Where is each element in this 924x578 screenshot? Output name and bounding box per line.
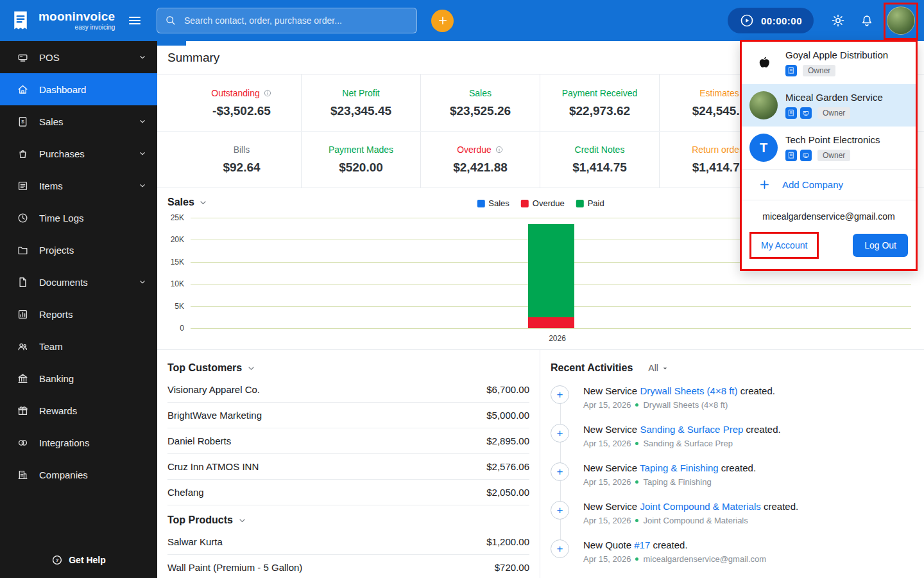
sidebar-item-purchases[interactable]: Purchases	[0, 137, 157, 170]
activity-link[interactable]: Sanding & Surface Prep	[640, 424, 743, 435]
sidebar-item-projects[interactable]: Projects	[0, 234, 157, 266]
activity-title: New Service Sanding & Surface Prep creat…	[583, 424, 781, 435]
company-item-miceal-garden-service[interactable]: Miceal Garden Service Owner	[742, 84, 916, 127]
building-icon	[17, 469, 29, 481]
sidebar-item-sales[interactable]: $ Sales	[0, 105, 157, 137]
avatar[interactable]	[887, 6, 915, 35]
chevron-down-icon[interactable]	[198, 198, 208, 207]
pos-app-badge-icon	[800, 107, 812, 119]
items-list-icon	[17, 180, 29, 192]
table-row[interactable]: Wall Paint (Premium - 5 Gallon) $720.00	[167, 555, 529, 578]
activity-timeline: + New Service Drywall Sheets (4×8 ft) cr…	[551, 385, 914, 564]
chart-title[interactable]: Sales	[167, 197, 208, 208]
summary-card-payment-mades[interactable]: Payment Mades $520.00	[302, 132, 421, 188]
sidebar-item-team[interactable]: Team	[0, 330, 157, 362]
activity-filter-dropdown[interactable]: All	[648, 363, 669, 373]
customer-amount: $2,050.00	[486, 487, 529, 498]
table-row[interactable]: Salwar Kurta $1,200.00	[167, 529, 529, 555]
sidebar-item-banking[interactable]: Banking	[0, 362, 157, 394]
plus-circle-icon[interactable]: +	[551, 385, 569, 404]
activity-link[interactable]: Drywall Sheets (4×8 ft)	[640, 385, 737, 396]
activity-link[interactable]: Joint Compound & Materials	[640, 501, 760, 512]
activity-meta: Apr 15, 2026micealgardenservice@gmail.co…	[583, 554, 766, 564]
company-item-goyal-apple-distribution[interactable]: Goyal Apple Distribution Owner	[742, 42, 916, 84]
sidebar-item-time-logs[interactable]: Time Logs	[0, 202, 157, 234]
info-icon[interactable]	[263, 89, 272, 98]
plus-circle-icon[interactable]: +	[551, 501, 569, 520]
sidebar-item-items[interactable]: Items	[0, 170, 157, 202]
summary-card-label: Bills	[234, 144, 250, 155]
recent-activities-title: Recent Activities	[551, 359, 633, 377]
summary-card-overdue[interactable]: Overdue $2,421.88	[421, 132, 540, 188]
plus-circle-icon[interactable]: +	[551, 539, 569, 558]
apple-logo-icon	[749, 49, 778, 77]
sidebar-item-label: POS	[39, 52, 138, 63]
plus-circle-icon[interactable]: +	[551, 462, 569, 481]
sidebar-item-documents[interactable]: Documents	[0, 266, 157, 298]
table-row[interactable]: Daniel Roberts $2,895.00	[167, 428, 529, 454]
chevron-down-icon	[138, 181, 147, 190]
table-row[interactable]: BrightWave Marketing $5,000.00	[167, 403, 529, 428]
y-tick-label: 25K	[171, 213, 184, 222]
bell-icon[interactable]	[860, 13, 874, 28]
summary-card-bills[interactable]: Bills $92.64	[182, 132, 302, 188]
sidebar-item-companies[interactable]: Companies	[0, 459, 157, 491]
activity-meta: Apr 15, 2026Taping & Finishing	[583, 477, 756, 487]
activity-link[interactable]: Taping & Finishing	[640, 462, 719, 473]
sidebar-item-pos[interactable]: POS	[0, 41, 157, 73]
legend-item: Paid	[576, 198, 604, 208]
search-input[interactable]	[157, 8, 417, 33]
dot-separator	[635, 557, 638, 561]
summary-card-credit-notes[interactable]: Credit Notes $1,414.75	[540, 132, 660, 188]
sales-bar-2026[interactable]	[528, 218, 574, 328]
timer-widget[interactable]: 00:00:00	[728, 8, 814, 33]
summary-card-payment-received[interactable]: Payment Received $22,973.62	[540, 74, 660, 131]
brand-name: mooninvoice	[38, 10, 115, 23]
summary-card-sales[interactable]: Sales $23,525.26	[421, 74, 540, 131]
plus-circle-icon[interactable]: +	[551, 424, 569, 442]
account-menu: Goyal Apple Distribution Owner Miceal Ga…	[740, 40, 918, 271]
table-row[interactable]: Chefang $2,050.00	[167, 480, 529, 505]
recent-activities-header: Recent Activities All	[551, 359, 914, 377]
summary-card-net-profit[interactable]: Net Profit $23,345.45	[302, 74, 421, 131]
gear-icon[interactable]	[830, 13, 846, 28]
get-help-label: Get Help	[69, 555, 106, 565]
account-actions: My Account Log Out	[742, 225, 916, 269]
y-tick-label: 15K	[171, 258, 184, 267]
activity-link[interactable]: #17	[634, 539, 650, 550]
chevron-down-icon[interactable]	[246, 363, 256, 373]
quick-add-button[interactable]	[431, 10, 454, 32]
table-row[interactable]: Cruz Inn ATMOS INN $2,576.06	[167, 454, 529, 480]
log-out-button[interactable]: Log Out	[853, 234, 908, 257]
sidebar-item-integrations[interactable]: Integrations	[0, 426, 157, 459]
customer-amount: $6,700.00	[486, 384, 529, 395]
sidebar-item-label: Documents	[39, 277, 138, 288]
activity-title: New Service Drywall Sheets (4×8 ft) crea…	[583, 385, 775, 396]
activity-meta: Apr 15, 2026Drywall Sheets (4×8 ft)	[583, 400, 775, 410]
question-circle-icon: ?	[51, 554, 63, 566]
sidebar-item-dashboard[interactable]: Dashboard	[0, 73, 157, 105]
company-avatar: T	[749, 134, 778, 162]
chevron-down-icon	[138, 117, 147, 126]
list-item: + New Quote #17 created. Apr 15, 2026mic…	[551, 539, 914, 564]
chevron-down-icon[interactable]	[237, 516, 247, 525]
company-item-tech-point-electronics[interactable]: T Tech Point Electronics Owner	[742, 127, 916, 169]
legend-item: Sales	[477, 198, 509, 208]
table-row[interactable]: Visionary Apparel Co. $6,700.00	[167, 377, 529, 403]
mooninvoice-logo[interactable]: mooninvoice easy invoicing	[0, 9, 123, 32]
sidebar-item-rewards[interactable]: Rewards	[0, 394, 157, 426]
sidebar-item-reports[interactable]: Reports	[0, 298, 157, 330]
mooninvoice-logo-icon	[9, 9, 32, 32]
chevron-down-icon	[138, 277, 147, 286]
sidebar-item-label: Companies	[39, 469, 147, 480]
user-avatar[interactable]	[887, 6, 915, 35]
summary-card-outstanding[interactable]: Outstanding -$3,502.65	[182, 74, 302, 131]
list-item: + New Service Joint Compound & Materials…	[551, 501, 914, 525]
my-account-button[interactable]: My Account	[752, 234, 816, 256]
info-icon[interactable]	[495, 145, 504, 154]
shopping-bag-icon	[17, 148, 29, 160]
add-company-button[interactable]: Add Company	[742, 169, 916, 200]
hamburger-menu-icon[interactable]	[127, 13, 142, 28]
get-help-button[interactable]: ? Get Help	[0, 542, 157, 578]
customer-name: Daniel Roberts	[167, 435, 231, 446]
